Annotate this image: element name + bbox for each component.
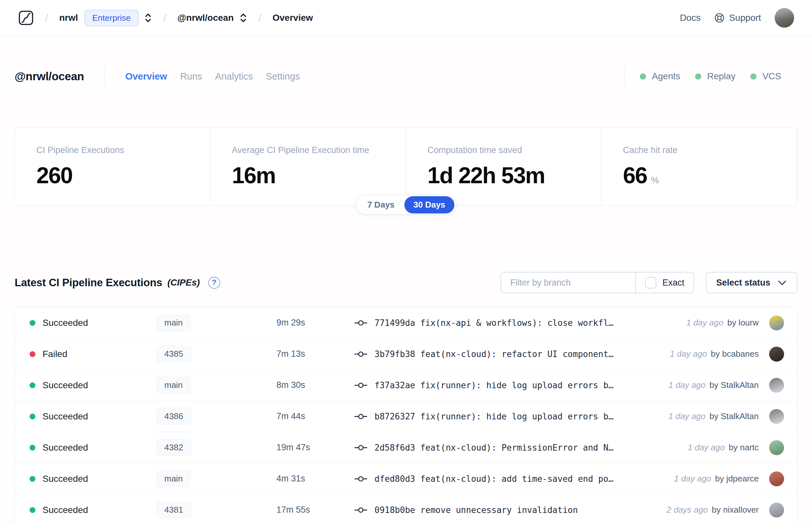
author-avatar [769,347,784,362]
table-row[interactable]: Succeeded main 8m 30s f37a32ae fix(runne… [15,370,797,401]
chevron-down-icon [777,280,787,286]
status-replay-label: Replay [707,71,735,81]
timestamp: 1 day ago [670,349,707,359]
tab-overview[interactable]: Overview [125,71,167,82]
branch-cell: main [156,314,276,331]
meta-cell: 1 day ago by lourw [686,315,784,330]
author-avatar [769,315,784,330]
status-vcs: VCS [750,71,781,81]
stat-value: 1d 22h 53m [427,162,595,189]
workspace-tabs: Overview Runs Analytics Settings [125,71,300,82]
commit-cell: f37a32ae fix(runner): hide log upload er… [354,380,669,390]
exact-checkbox[interactable] [645,277,656,288]
stat-label: Cache hit rate [623,145,790,155]
cipe-title-suffix: (CIPEs) [168,278,200,288]
meta-cell: 2 days ago by nixallover [667,502,784,518]
duration-label: 17m 55s [276,505,354,515]
top-nav: / nrwl Enterprise / @nrwl/ocean / Overvi… [0,0,812,36]
table-row[interactable]: Failed 4385 7m 13s 3b79fb38 feat(nx-clou… [15,339,797,370]
duration-label: 7m 13s [276,349,354,359]
status-label: Succeeded [43,442,88,453]
green-status-dot-icon [695,73,701,79]
support-label: Support [729,13,761,23]
breadcrumb-workspace[interactable]: @nrwl/ocean [177,13,234,23]
stat-label: Computation time saved [427,145,595,155]
commit-cell: 771499da fix(nx-api & workflows): close … [354,318,686,328]
tab-settings[interactable]: Settings [266,71,300,82]
support-link[interactable]: Support [714,13,761,23]
git-commit-icon [354,506,367,514]
duration-label: 7m 44s [276,411,354,421]
enterprise-badge: Enterprise [85,10,139,26]
select-status-dropdown[interactable]: Select status [706,272,797,294]
branch-cell: 4386 [156,408,276,425]
branch-filter-input[interactable] [501,273,635,293]
breadcrumb-org[interactable]: nrwl [59,13,78,23]
table-row[interactable]: Succeeded 4382 19m 47s 2d58f6d3 feat(nx-… [15,432,797,463]
branch-filter-group: Exact [501,272,694,294]
stat-ci-pipeline-executions: CI Pipeline Executions 260 [15,128,211,205]
stat-cache-hit-rate: Cache hit rate 66% [601,128,797,205]
docs-link[interactable]: Docs [680,13,701,23]
status-cell: Succeeded [30,505,156,515]
exact-label: Exact [662,278,684,288]
status-cell: Succeeded [30,411,156,422]
cipe-table: Succeeded main 9m 29s 771499da fix(nx-ap… [15,307,797,525]
git-commit-icon [354,319,367,327]
status-cell: Succeeded [30,380,156,390]
git-commit-icon [354,412,367,420]
org-switcher-chevron-icon[interactable] [144,12,152,24]
status-label: Succeeded [43,380,88,390]
status-cell: Failed [30,349,156,359]
status-label: Succeeded [43,474,88,484]
branch-cell: 4381 [156,501,276,518]
duration-label: 19m 47s [276,442,354,452]
table-row[interactable]: Succeeded main 4m 31s dfed80d3 feat(nx-c… [15,463,797,494]
author-label: by lourw [727,318,759,328]
commit-message: 2d58f6d3 feat(nx-cloud): PermissionError… [374,443,614,452]
branch-badge: 4386 [156,408,191,425]
status-agents-label: Agents [652,71,680,81]
status-label: Failed [43,349,67,359]
percent-suffix: % [651,175,659,185]
commit-message: dfed80d3 feat(nx-cloud): add time-saved … [374,474,614,484]
help-icon[interactable]: ? [208,277,220,289]
author-avatar [769,440,784,455]
cipe-title: Latest CI Pipeline Executions [15,276,163,289]
tab-runs[interactable]: Runs [180,71,202,82]
green-status-dot-icon [750,73,756,79]
timestamp: 1 day ago [674,474,711,484]
timestamp: 1 day ago [669,411,705,421]
breadcrumb-separator: / [45,12,48,24]
select-status-label: Select status [716,278,770,288]
timestamp: 2 days ago [667,505,708,515]
nx-cloud-logo-icon[interactable] [18,10,34,26]
tab-analytics[interactable]: Analytics [215,71,253,82]
commit-message: 771499da fix(nx-api & workflows): close … [374,318,614,328]
status-label: Succeeded [43,318,88,328]
divider [104,67,105,86]
stat-value: 16m [232,162,399,189]
author-avatar [769,471,784,486]
stat-value: 260 [36,162,204,189]
table-row[interactable]: Succeeded 4381 17m 55s 0918b0be remove u… [15,494,797,525]
status-cell: Succeeded [30,318,156,328]
workspace-switcher-chevron-icon[interactable] [239,12,247,24]
git-commit-icon [354,381,367,389]
breadcrumb-separator: / [259,12,261,24]
toggle-30-days[interactable]: 30 Days [404,196,455,213]
branch-cell: 4382 [156,439,276,456]
status-cell: Succeeded [30,442,156,453]
table-row[interactable]: Succeeded 4386 7m 44s b8726327 fix(runne… [15,401,797,432]
status-dot-icon [30,476,35,482]
author-avatar [769,502,784,518]
toggle-7-days[interactable]: 7 Days [357,200,404,210]
green-status-dot-icon [640,73,646,79]
branch-badge: main [156,377,191,393]
commit-message: 3b79fb38 feat(nx-cloud): refactor UI com… [374,349,614,359]
author-avatar [769,378,784,393]
table-row[interactable]: Succeeded main 9m 29s 771499da fix(nx-ap… [15,308,797,339]
author-label: by nixallover [711,505,759,515]
breadcrumb-page: Overview [273,13,313,23]
user-avatar[interactable] [775,8,794,28]
